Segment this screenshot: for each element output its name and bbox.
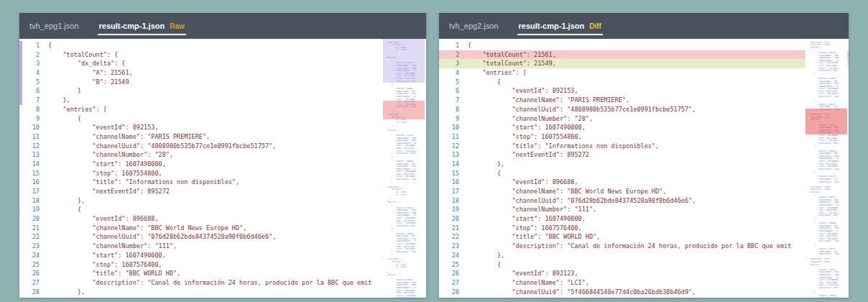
line-number: 14: [442, 160, 468, 169]
left-json-editor[interactable]: 1 { 2 "totalCount": { 3 "dx_delta": {: [19, 39, 426, 298]
line-text: "start": 1607490000,: [468, 214, 586, 224]
minimap-line: "channelUuid": "5f466844540e77d4c0ba26bd…: [805, 181, 839, 184]
code-line: 13 "nextEventId": 895272: [439, 150, 849, 160]
line-text: "description": "Canal de información 24 …: [468, 242, 791, 251]
line-text: "channelName": "BBC World News Europe HD…: [48, 224, 246, 233]
diff-mode-badge: Diff: [589, 22, 601, 30]
line-number: 12: [22, 142, 48, 151]
line-number: 18: [22, 196, 48, 206]
line-number: 17: [442, 187, 468, 196]
tab-result-cmp-1-json-raw[interactable]: result-cmp-1.json Raw: [89, 13, 195, 39]
code-line: 13 "channelNumber": "28",: [19, 150, 426, 160]
line-number: 3: [22, 59, 48, 68]
line-text: {: [468, 260, 501, 270]
line-number: 8: [22, 105, 48, 114]
line-number: 21: [22, 224, 48, 233]
raw-mode-badge: Raw: [170, 22, 185, 30]
line-text: "nextEventId": 895272: [468, 150, 589, 160]
line-text: "title": "BBC WORLD HD",: [48, 269, 180, 278]
code-line: 17 "nextEventId": 895272: [19, 187, 426, 196]
code-line: 5 "B": 21549: [19, 78, 426, 87]
line-text: "title": "Informations non disponibles",: [48, 178, 239, 187]
line-text: "channelName": "LCI",: [468, 278, 589, 288]
line-text: "stop": 1607576400,: [468, 224, 582, 233]
right-editor-panel: tvh_epg2.json result-cmp-1.json Diff 1 {: [439, 13, 849, 298]
line-number: 25: [442, 260, 468, 270]
right-json-editor[interactable]: 1 { 2 "totalCount": 21561, 3 "totalCount…: [439, 39, 849, 298]
code-line: 28 },: [19, 288, 426, 297]
code-line: 20 "start": 1607490000,: [439, 214, 849, 224]
line-text: "channelNumber": "111",: [48, 242, 177, 251]
line-number: 4: [442, 68, 468, 78]
line-number: 26: [442, 269, 468, 278]
code-line: 19 "channelNumber": "111",: [439, 205, 849, 214]
code-line: 24 },: [439, 251, 849, 260]
code-line: 21 "channelName": "BBC World News Europe…: [19, 224, 426, 233]
code-line: 8 "entries": [: [19, 105, 426, 114]
code-line: 4 "A": 21561,: [19, 68, 426, 78]
code-line: 2 "totalCount": 21561,: [439, 50, 849, 60]
line-number: 23: [442, 242, 468, 251]
line-number: 16: [442, 178, 468, 187]
code-line: 7 "channelName": "PARIS PREMIERE",: [439, 96, 849, 105]
line-text: },: [48, 196, 85, 206]
line-number: 18: [442, 196, 468, 206]
code-line: 18 },: [19, 196, 426, 206]
right-minimap[interactable]: { "totalCount": 21561, "totalCount": 215…: [805, 39, 847, 298]
minimap-line: "channelName": "BBC World News Europe HD…: [805, 297, 839, 298]
line-text: "entries": [: [468, 68, 527, 78]
code-line: 22 "channelUuid": "076d28b62bde84374520a…: [19, 232, 426, 242]
line-number: 7: [442, 96, 468, 105]
line-number: 26: [22, 269, 48, 278]
code-line: 15 {: [439, 169, 849, 178]
tab-tvh-epg2-json[interactable]: tvh_epg2.json: [439, 13, 509, 39]
line-text: {: [48, 114, 81, 124]
code-line: 27 "channelName": "LCI",: [439, 278, 849, 288]
line-text: "channelUuid": "076d28b62bde84374520a90f…: [48, 232, 276, 242]
line-text: "A": 21561,: [48, 68, 133, 78]
tab-label: tvh_epg2.json: [449, 22, 499, 30]
left-editor-panel: tvh_epg1.json result-cmp-1.json Raw 1 {: [19, 13, 426, 298]
line-text: "entries": [: [48, 105, 107, 114]
line-text: "eventId": 896688,: [48, 214, 159, 224]
line-text: "start": 1607490000,: [48, 160, 166, 169]
line-text: {: [48, 41, 52, 50]
line-number: 27: [22, 278, 48, 288]
line-number: 9: [22, 114, 48, 124]
line-number: 2: [22, 50, 48, 60]
line-text: "stop": 1607554800,: [468, 132, 582, 142]
minimap-line: "channelUuid": "5f466844540e77d4c0ba26bd…: [805, 253, 839, 256]
line-text: "channelName": "PARIS PREMIERE",: [48, 132, 210, 142]
code-line: 14 "start": 1607490000,: [19, 160, 426, 169]
line-number: 8: [442, 105, 468, 114]
line-number: 15: [22, 169, 48, 178]
code-line: 9 {: [19, 114, 426, 124]
code-line: 12 "title": "Informations non disponible…: [439, 142, 849, 151]
code-line: 27 "description": "Canal de información …: [19, 278, 426, 288]
code-line: 11 "stop": 1607554800,: [439, 132, 849, 142]
minimap-content: { "totalCount": 21561, "totalCount": 215…: [805, 39, 839, 298]
json-diff-tool-page: tvh_epg1.json result-cmp-1.json Raw 1 {: [0, 0, 868, 302]
line-text: "totalCount": 21549,: [468, 59, 556, 68]
line-text: "totalCount": {: [48, 50, 118, 60]
line-number: 20: [22, 214, 48, 224]
code-line: 24 "start": 1607490000,: [19, 251, 426, 260]
tab-tvh-epg1-json[interactable]: tvh_epg1.json: [19, 13, 89, 39]
code-line: 21 "stop": 1607576400,: [439, 224, 849, 233]
line-text: },: [468, 160, 504, 169]
line-text: "totalCount": 21561,: [468, 50, 556, 60]
code-line: 12 "channelUuid": "4808980b535b77ce1e099…: [19, 142, 426, 151]
line-text: "stop": 1607576400,: [48, 260, 162, 270]
line-text: "eventId": 892153,: [48, 123, 159, 132]
line-text: "channelNumber": "111",: [468, 205, 596, 214]
line-text: "channelNumber": "28",: [48, 150, 173, 160]
line-text: "channelUuid": "5f466844540e77d4c0ba26bd…: [468, 288, 696, 297]
line-text: "eventId": 892123,: [468, 269, 578, 278]
line-text: "title": "BBC WORLD HD",: [468, 232, 600, 242]
tab-result-cmp-1-json-diff[interactable]: result-cmp-1.json Diff: [509, 13, 611, 39]
left-code-area: 1 { 2 "totalCount": { 3 "dx_delta": {: [19, 41, 426, 298]
line-number: 19: [22, 205, 48, 214]
left-minimap[interactable]: { "totalCount": { "dx_delta": { "A": 215…: [383, 39, 425, 298]
line-text: }: [48, 86, 81, 96]
code-line: 26 "title": "BBC WORLD HD",: [19, 269, 426, 278]
